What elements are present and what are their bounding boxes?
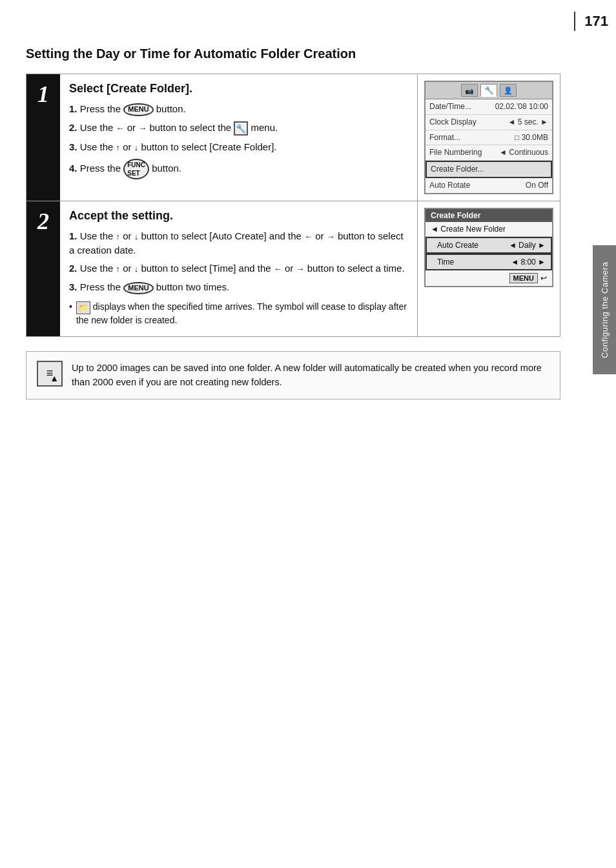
tab-camera: 📷 (461, 84, 478, 97)
info-note-text: Up to 2000 images can be saved into one … (72, 361, 549, 390)
cf-footer: MENU ↩ (426, 270, 552, 286)
cf-row-time: Time ◄ 8:00 ► (426, 254, 552, 270)
menu-footer-btn: MENU (509, 273, 538, 283)
step-1-heading: Select [Create Folder]. (69, 82, 407, 96)
list-item: 2. Use the ↑ or ↓ button to select [Time… (69, 261, 407, 276)
screenshot-2-panel: Create Folder ◄ Create New Folder Auto C… (418, 201, 560, 336)
page-number: 171 (574, 12, 616, 31)
cf-title: Create Folder (426, 209, 552, 222)
list-item: 1. Press the MENU button. (69, 102, 407, 116)
list-item: 1. Use the ↑ or ↓ button to select [Auto… (69, 229, 407, 257)
menu-row-filenumbering: File Numbering ◄ Continuous (426, 145, 552, 161)
menu-row-createfolder: Create Folder... (426, 161, 552, 178)
list-item: 2. Use the ← or → button to select the 🔧… (69, 121, 407, 136)
arrow-left-icon: ← (116, 123, 125, 133)
step-2-heading: Accept the setting. (69, 209, 407, 223)
step-2-instructions: 1. Use the ↑ or ↓ button to select [Auto… (69, 229, 407, 294)
info-box: ≡ ▲ Up to 2000 images can be saved into … (26, 351, 560, 399)
screenshot-1-panel: 📷 🔧 👤 Date/Time... 02.02.'08 10:00 Clock… (418, 74, 560, 201)
arrow-down-icon: ↓ (134, 264, 139, 274)
arrow-down-icon: ↓ (134, 232, 139, 241)
arrow-down-icon: ↓ (134, 143, 139, 152)
step-1-number: 1 (26, 74, 60, 201)
arrow-up-icon: ↑ (116, 232, 121, 241)
menu-row-autorotate: Auto Rotate On Off (426, 178, 552, 193)
list-item: 4. Press the FUNCSET button. (69, 159, 407, 179)
step-2-number: 2 (26, 201, 60, 336)
menu-button-icon: MENU (123, 103, 153, 116)
sidebar-label: Configuring the Camera (593, 245, 616, 374)
arrow-left-icon: ← (304, 232, 313, 241)
steps-container: 1 Select [Create Folder]. 1. Press the M… (26, 74, 560, 337)
list-item: 3. Press the MENU button two times. (69, 280, 407, 294)
back-icon: ↩ (540, 274, 547, 283)
arrow-left-icon: ← (274, 264, 282, 274)
menu-tabs: 📷 🔧 👤 (426, 82, 552, 99)
menu-button-icon: MENU (123, 282, 153, 294)
func-button-icon: FUNCSET (123, 159, 149, 179)
arrow-up-icon: ↑ (116, 143, 121, 152)
arrow-right-icon: → (327, 232, 335, 241)
menu-row-format: Format... □ 30.0MB (426, 130, 552, 146)
step-2-row: 2 Accept the setting. 1. Use the ↑ or ↓ … (26, 201, 560, 336)
folder-clock-icon: 📁 (76, 301, 90, 314)
list-item: 3. Use the ↑ or ↓ button to select [Crea… (69, 140, 407, 154)
menu-row-datetime: Date/Time... 02.02.'08 10:00 (426, 99, 552, 115)
step-2-content: Accept the setting. 1. Use the ↑ or ↓ bu… (60, 201, 418, 336)
step-1-content: Select [Create Folder]. 1. Press the MEN… (60, 74, 418, 201)
page-title: Setting the Day or Time for Automatic Fo… (26, 45, 560, 62)
cf-row-autocreate: Auto Create ◄ Daily ► (426, 237, 552, 254)
arrow-up-icon: ↑ (116, 264, 121, 274)
arrow-right-icon: → (296, 264, 304, 274)
tab-person: 👤 (500, 84, 517, 97)
note-bullet: • 📁 displays when the specified time arr… (69, 301, 407, 327)
camera-menu-screenshot: 📷 🔧 👤 Date/Time... 02.02.'08 10:00 Clock… (424, 81, 553, 194)
info-note-icon: ≡ ▲ (37, 361, 63, 387)
tab-wrench: 🔧 (480, 84, 497, 97)
arrow-right-icon: → (138, 123, 147, 133)
create-folder-screenshot: Create Folder ◄ Create New Folder Auto C… (424, 208, 553, 287)
cf-row-new: ◄ Create New Folder (426, 222, 552, 237)
step-1-instructions: 1. Press the MENU button. 2. Use the ← o… (69, 102, 407, 179)
wrench-menu-icon: 🔧 (234, 121, 248, 136)
step-1-row: 1 Select [Create Folder]. 1. Press the M… (26, 74, 560, 201)
menu-row-clockdisplay: Clock Display ◄ 5 sec. ► (426, 115, 552, 130)
